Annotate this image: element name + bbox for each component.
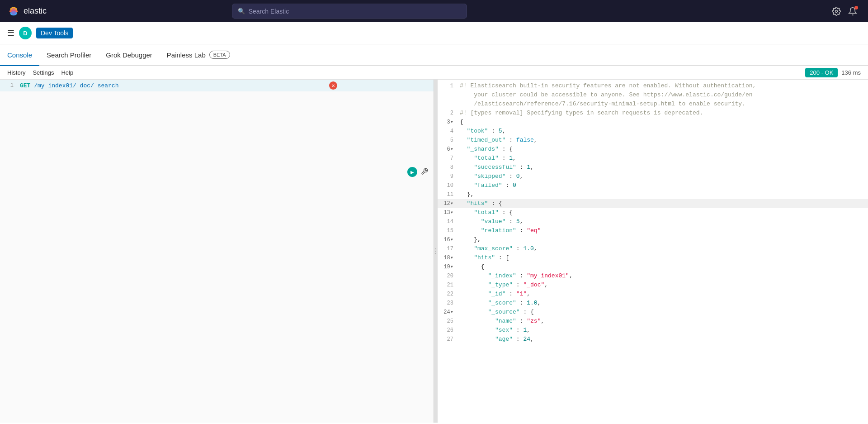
resp-content-19: { xyxy=(458,262,868,272)
resp-line-11: 11 }, xyxy=(438,190,868,199)
elastic-logo: elastic xyxy=(7,5,47,18)
alerts-icon-btn[interactable] xyxy=(848,7,861,16)
tabs-bar: Console Search Profiler Grok Debugger Pa… xyxy=(0,44,868,66)
hamburger-menu[interactable]: ☰ xyxy=(7,28,14,38)
http-method: GET xyxy=(20,82,30,89)
tab-search-profiler[interactable]: Search Profiler xyxy=(39,44,99,66)
response-content: 1 #! Elasticsearch built-in security fea… xyxy=(438,80,868,346)
svg-point-4 xyxy=(11,8,16,14)
resp-content-16: }, xyxy=(458,235,868,244)
resp-content-20: "_index" : "my_index01", xyxy=(458,272,868,281)
resp-content-10: "failed" : 0 xyxy=(458,181,868,190)
resp-linenum-2: 2 xyxy=(438,109,458,118)
resp-linenum-27: 27 xyxy=(438,335,458,344)
resp-line-18: 18▾ "hits" : [ xyxy=(438,253,868,262)
resp-content-12: "hits" : { xyxy=(458,199,868,208)
resp-line-1: 1 #! Elasticsearch built-in security fea… xyxy=(438,81,868,91)
resp-line-21: 21 "_type" : "_doc", xyxy=(438,281,868,290)
resp-content-1b: your cluster could be accessible to anyo… xyxy=(458,91,868,100)
resp-line-9: 9 "skipped" : 0, xyxy=(438,172,868,181)
search-icon: 🔍 xyxy=(238,8,245,14)
resp-linenum-4: 4 xyxy=(438,127,458,136)
resp-content-15: "relation" : "eq" xyxy=(458,226,868,235)
resp-linenum-23: 23 xyxy=(438,299,458,308)
resp-content-27: "age" : 24, xyxy=(458,335,868,344)
editor-panel: 1 GET /my_index01/_doc/_search ▶ ✕ xyxy=(0,80,434,423)
resp-linenum-17: 17 xyxy=(438,244,458,253)
response-time: 136 ms xyxy=(841,69,861,76)
resp-content-22: "_id" : "1", xyxy=(458,290,868,299)
resp-line-17: 17 "max_score" : 1.0, xyxy=(438,244,868,253)
search-placeholder: Search Elastic xyxy=(249,8,289,15)
editor-line-1: 1 GET /my_index01/_doc/_search xyxy=(0,80,434,91)
main-content: 1 GET /my_index01/_doc/_search ▶ ✕ xyxy=(0,80,868,423)
resp-content-1: #! Elasticsearch built-in security featu… xyxy=(458,81,868,91)
resp-line-8: 8 "successful" : 1, xyxy=(438,163,868,172)
close-button[interactable]: ✕ xyxy=(329,81,337,90)
resp-line-22: 22 "_id" : "1", xyxy=(438,290,868,299)
resp-linenum-24[interactable]: 24▾ xyxy=(438,308,458,317)
wrench-button[interactable] xyxy=(421,168,428,176)
resp-linenum-13[interactable]: 13▾ xyxy=(438,208,458,217)
elastic-logo-icon xyxy=(7,5,20,18)
help-button[interactable]: Help xyxy=(61,68,73,77)
resp-linenum-12[interactable]: 12▾ xyxy=(438,199,458,208)
resp-linenum-11: 11 xyxy=(438,190,458,199)
resp-linenum-26: 26 xyxy=(438,326,458,335)
resp-linenum-14: 14 xyxy=(438,217,458,226)
resp-linenum-25: 25 xyxy=(438,317,458,326)
resp-linenum-16[interactable]: 16▾ xyxy=(438,235,458,244)
resp-linenum-1b xyxy=(438,91,458,100)
resp-content-9: "skipped" : 0, xyxy=(458,172,868,181)
resp-linenum-20: 20 xyxy=(438,272,458,281)
resp-line-19: 19▾ { xyxy=(438,262,868,272)
wrench-icon xyxy=(421,168,428,175)
tab-grok-debugger[interactable]: Grok Debugger xyxy=(99,44,160,66)
run-icon: ▶ xyxy=(410,170,414,175)
resp-line-10: 10 "failed" : 0 xyxy=(438,181,868,190)
resp-linenum-19[interactable]: 19▾ xyxy=(438,262,458,272)
settings-icon xyxy=(832,7,841,16)
settings-button[interactable]: Settings xyxy=(33,68,54,77)
resp-content-17: "max_score" : 1.0, xyxy=(458,244,868,253)
resp-linenum-21: 21 xyxy=(438,281,458,290)
history-button[interactable]: History xyxy=(7,68,25,77)
resp-content-21: "_type" : "_doc", xyxy=(458,281,868,290)
settings-icon-btn[interactable] xyxy=(832,7,841,16)
toolbar: History Settings Help 200 - OK 136 ms xyxy=(0,66,868,80)
line-number-1: 1 xyxy=(0,82,18,89)
resp-line-16: 16▾ }, xyxy=(438,235,868,244)
resp-line-1c: /elasticsearch/reference/7.16/security-m… xyxy=(438,100,868,109)
tab-console[interactable]: Console xyxy=(0,44,39,66)
resp-linenum-6[interactable]: 6▾ xyxy=(438,145,458,154)
run-button[interactable]: ▶ xyxy=(407,167,417,177)
resp-content-2: #! [types removal] Specifying types in s… xyxy=(458,109,868,118)
resp-linenum-10: 10 xyxy=(438,181,458,190)
search-bar[interactable]: 🔍 Search Elastic xyxy=(232,4,467,19)
user-avatar: D xyxy=(19,27,32,39)
tab-painless-lab[interactable]: Painless Lab BETA xyxy=(160,44,237,66)
resp-line-3: 3▾ { xyxy=(438,118,868,127)
resp-content-7: "total" : 1, xyxy=(458,154,868,163)
resize-handle[interactable] xyxy=(434,80,438,423)
resp-linenum-3[interactable]: 3▾ xyxy=(438,118,458,127)
resp-content-4: "took" : 5, xyxy=(458,127,868,136)
dev-tools-badge: Dev Tools xyxy=(36,28,73,38)
resp-linenum-18[interactable]: 18▾ xyxy=(438,253,458,262)
resp-content-5: "timed_out" : false, xyxy=(458,136,868,145)
resp-line-1b: your cluster could be accessible to anyo… xyxy=(438,91,868,100)
resp-line-6: 6▾ "_shards" : { xyxy=(438,145,868,154)
resp-linenum-1c xyxy=(438,100,458,109)
resp-content-25: "name" : "zs", xyxy=(458,317,868,326)
resp-content-13: "total" : { xyxy=(458,208,868,217)
resp-content-6: "_shards" : { xyxy=(458,145,868,154)
resp-line-7: 7 "total" : 1, xyxy=(438,154,868,163)
line-content-1[interactable]: GET /my_index01/_doc/_search xyxy=(18,82,434,89)
resp-content-11: }, xyxy=(458,190,868,199)
resp-line-12: 12▾ "hits" : { xyxy=(438,199,868,208)
resp-linenum-5: 5 xyxy=(438,136,458,145)
resp-content-1c: /elasticsearch/reference/7.16/security-m… xyxy=(458,100,868,109)
resp-linenum-22: 22 xyxy=(438,290,458,299)
resp-line-24: 24▾ "_source" : { xyxy=(438,308,868,317)
resp-line-27: 27 "age" : 24, xyxy=(438,335,868,344)
